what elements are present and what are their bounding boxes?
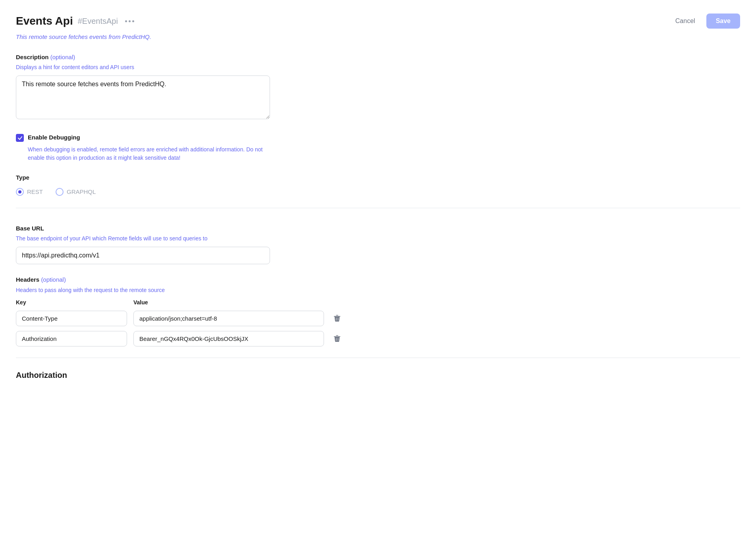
authorization-section: Authorization (16, 358, 740, 381)
delete-header-2-button[interactable] (330, 332, 344, 345)
check-icon (17, 135, 23, 141)
type-section: Type REST GRAPHQL (16, 173, 740, 197)
description-hint: Displays a hint for content editors and … (16, 63, 740, 72)
more-options-button[interactable] (123, 19, 137, 24)
page-header: Events Api #EventsApi Cancel Save (16, 13, 740, 29)
svg-rect-4 (334, 337, 341, 337)
delete-header-1-button[interactable] (330, 312, 344, 325)
description-section: Description (optional) Displays a hint f… (16, 53, 740, 122)
authorization-label: Authorization (16, 369, 740, 381)
debugging-description: When debugging is enabled, remote field … (28, 145, 266, 162)
header-key-2[interactable] (16, 331, 127, 346)
base-url-section: Base URL The base endpoint of your API w… (16, 224, 740, 265)
headers-label: Headers (optional) (16, 275, 740, 284)
header-key-1[interactable] (16, 311, 127, 326)
svg-rect-0 (334, 316, 341, 317)
header-value-1[interactable] (133, 311, 324, 326)
dot-2 (129, 20, 131, 22)
radio-rest-inner (18, 190, 21, 193)
page-wrapper: Events Api #EventsApi Cancel Save This r… (0, 0, 756, 534)
header-row-2 (16, 331, 740, 346)
base-url-input[interactable] (16, 247, 270, 264)
svg-rect-5 (336, 335, 338, 336)
section-divider (16, 208, 740, 208)
debugging-checkbox-row: Enable Debugging (16, 133, 740, 142)
page-subtitle: This remote source fetches events from P… (16, 33, 740, 42)
header-value-2[interactable] (133, 331, 324, 346)
header-right: Cancel Save (669, 14, 740, 29)
base-url-hint: The base endpoint of your API which Remo… (16, 234, 740, 243)
radio-graphql[interactable]: GRAPHQL (56, 188, 96, 197)
cancel-button[interactable]: Cancel (669, 14, 702, 28)
trash-icon-1 (333, 314, 341, 323)
save-button[interactable]: Save (706, 14, 740, 29)
debugging-checkbox[interactable] (16, 134, 24, 142)
header-left: Events Api #EventsApi (16, 13, 137, 29)
radio-rest[interactable]: REST (16, 188, 43, 197)
description-textarea[interactable] (16, 75, 270, 119)
type-radio-group: REST GRAPHQL (16, 188, 740, 197)
dot-3 (132, 20, 134, 22)
dot-1 (125, 20, 127, 22)
page-hashtag: #EventsApi (78, 15, 118, 27)
trash-icon-2 (333, 334, 341, 343)
description-optional: (optional) (50, 54, 75, 60)
base-url-label: Base URL (16, 224, 740, 233)
col-value-label: Value (133, 298, 148, 307)
headers-optional: (optional) (41, 276, 66, 283)
radio-rest-label: REST (27, 188, 43, 197)
type-label: Type (16, 173, 740, 182)
radio-rest-outer (16, 188, 24, 196)
svg-rect-1 (336, 315, 338, 315)
headers-hint: Headers to pass along with the request t… (16, 286, 740, 294)
header-row-1 (16, 311, 740, 326)
description-label: Description (optional) (16, 53, 740, 62)
column-headers: Key Value (16, 298, 740, 307)
page-title: Events Api (16, 13, 73, 29)
debugging-label: Enable Debugging (28, 133, 80, 142)
radio-graphql-label: GRAPHQL (67, 188, 96, 197)
headers-section: Headers (optional) Headers to pass along… (16, 275, 740, 346)
col-key-label: Key (16, 298, 127, 307)
debugging-section: Enable Debugging When debugging is enabl… (16, 133, 740, 162)
radio-graphql-outer (56, 188, 64, 196)
